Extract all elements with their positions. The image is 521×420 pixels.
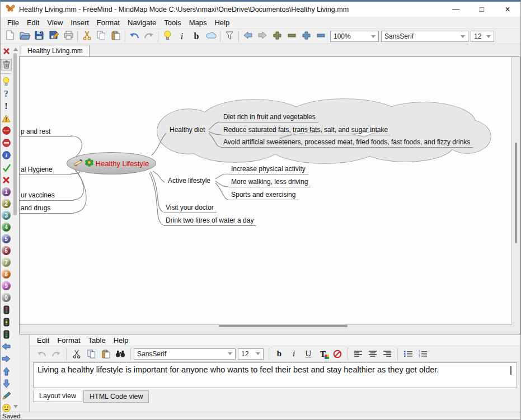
arrow-up-icon[interactable] xyxy=(1,366,11,376)
editor-copy-button[interactable] xyxy=(84,347,98,361)
scroll-down-icon[interactable] xyxy=(13,405,18,408)
node-healthy-diet[interactable]: Healthy diet xyxy=(167,126,208,135)
warning-icon[interactable] xyxy=(1,114,11,123)
idea-icon[interactable] xyxy=(1,77,11,86)
filter-button[interactable] xyxy=(222,30,237,43)
zoom-in-button[interactable] xyxy=(299,30,313,43)
bullet-list-icon[interactable] xyxy=(401,347,415,361)
canvas-horizontal-scrollbar[interactable] xyxy=(219,325,348,327)
node-avoid-sweeteners[interactable]: Avoid artificial sweeteners, processed m… xyxy=(221,139,473,148)
tab-layout-view[interactable]: Layout view xyxy=(33,390,82,402)
priority-3-icon[interactable]: 3 xyxy=(2,211,11,220)
priority-5-icon[interactable]: 5 xyxy=(2,234,11,243)
menu-navigate[interactable]: Navigate xyxy=(124,17,160,28)
menu-edit[interactable]: Edit xyxy=(23,17,43,28)
editor-menu-format[interactable]: Format xyxy=(53,335,84,346)
navigate-forward-button[interactable] xyxy=(255,30,270,43)
editor-redo-button[interactable] xyxy=(49,347,63,361)
cut-button[interactable] xyxy=(79,30,94,43)
minimize-button[interactable]: — xyxy=(443,2,469,17)
editor-bold-button[interactable]: b xyxy=(272,347,287,361)
priority-4-icon[interactable]: 4 xyxy=(2,223,11,232)
menu-format[interactable]: Format xyxy=(93,17,124,28)
menu-insert[interactable]: Insert xyxy=(67,17,93,28)
sidebar-scroll-thumb[interactable] xyxy=(13,53,17,215)
sidebar-scrollbar[interactable] xyxy=(12,44,19,412)
arrow-down-icon[interactable] xyxy=(1,379,11,388)
open-map-button[interactable] xyxy=(17,30,32,43)
scroll-up-icon[interactable] xyxy=(13,48,18,51)
map-tab-healthy-living[interactable]: Healthy Living.mm xyxy=(21,45,90,56)
remove-formatting-button[interactable] xyxy=(330,347,345,361)
menu-maps[interactable]: Maps xyxy=(185,17,211,28)
priority-7-icon[interactable]: 7 xyxy=(2,258,11,267)
menu-tools[interactable]: Tools xyxy=(160,17,185,28)
font-family-select[interactable]: SansSerif xyxy=(381,31,468,42)
menu-file[interactable]: File xyxy=(3,17,23,28)
priority-1-icon[interactable]: 1 xyxy=(2,187,11,196)
smiley-happy-icon[interactable] xyxy=(1,403,11,412)
canvas-vertical-scrollbar[interactable] xyxy=(515,143,517,243)
node-drugs[interactable]: and drugs xyxy=(20,205,74,214)
editor-size-select[interactable]: 12 xyxy=(238,348,264,360)
new-map-button[interactable] xyxy=(3,30,17,43)
node-active-lifestyle[interactable]: Active lifestyle xyxy=(166,177,213,186)
node-more-walking[interactable]: More walking, less driving xyxy=(229,178,311,187)
editor-underline-button[interactable]: U xyxy=(301,347,316,361)
remove-icon-button[interactable] xyxy=(1,46,11,56)
cloud-button[interactable] xyxy=(204,30,218,43)
editor-cut-button[interactable] xyxy=(69,347,84,361)
priority-2-icon[interactable]: 2 xyxy=(2,199,11,208)
zoom-out-button[interactable] xyxy=(313,30,328,43)
priority-8-icon[interactable]: 8 xyxy=(2,270,11,279)
idea-button[interactable] xyxy=(160,30,175,43)
traffic-light-yellow-icon[interactable] xyxy=(1,317,11,327)
ok-check-icon[interactable] xyxy=(1,163,11,172)
node-diet-rich[interactable]: Diet rich in fruit and vegetables xyxy=(221,114,318,122)
editor-menu-help[interactable]: Help xyxy=(110,335,133,346)
node-sleep-and-rest[interactable]: p and rest xyxy=(20,128,71,137)
mindmap-canvas[interactable]: Healthy Lifestyle p and rest al Hygiene … xyxy=(20,57,512,325)
node-drink-water[interactable]: Drink two litres of water a day xyxy=(163,217,256,226)
arrow-right-icon[interactable] xyxy=(1,354,11,364)
maximize-button[interactable]: □ xyxy=(469,2,495,17)
editor-font-color-button[interactable]: T xyxy=(316,347,330,361)
align-right-icon[interactable] xyxy=(380,347,395,361)
navigate-back-button[interactable] xyxy=(241,30,255,43)
root-node[interactable]: Healthy Lifestyle xyxy=(67,152,156,174)
important-icon[interactable]: ! xyxy=(1,101,11,111)
italic-button[interactable]: i xyxy=(175,30,189,43)
arrow-left-icon[interactable] xyxy=(1,342,11,351)
node-personal-hygiene[interactable]: al Hygiene xyxy=(20,166,71,175)
numbered-list-icon[interactable]: 123 xyxy=(415,347,430,361)
save-as-button[interactable] xyxy=(46,30,61,43)
help-icon[interactable]: ? xyxy=(1,89,11,98)
priority-9-icon[interactable]: 9 xyxy=(2,281,11,290)
editor-font-select[interactable]: SansSerif xyxy=(134,348,236,360)
find-binoculars-icon[interactable] xyxy=(113,347,128,361)
align-center-icon[interactable] xyxy=(365,347,380,361)
trash-icon[interactable] xyxy=(1,59,12,70)
node-sports[interactable]: Sports and exercising xyxy=(229,191,298,200)
prohibition-icon[interactable] xyxy=(1,138,11,148)
save-button[interactable] xyxy=(32,30,46,43)
pencil-icon[interactable] xyxy=(1,391,11,400)
editor-italic-button[interactable]: i xyxy=(287,347,301,361)
note-text-editor[interactable]: Living a healthy lifestyle is important … xyxy=(33,362,517,388)
undo-button[interactable] xyxy=(127,30,142,43)
editor-menu-edit[interactable]: Edit xyxy=(33,335,53,346)
unfold-all-button[interactable] xyxy=(270,30,284,43)
print-button[interactable] xyxy=(61,30,76,43)
paste-button[interactable] xyxy=(109,30,123,43)
priority-6-icon[interactable]: 6 xyxy=(2,246,11,255)
copy-button[interactable] xyxy=(94,30,109,43)
traffic-light-green-icon[interactable] xyxy=(1,329,11,339)
menu-view[interactable]: View xyxy=(43,17,67,28)
align-left-icon[interactable] xyxy=(351,347,365,361)
node-vaccines[interactable]: ur vaccines xyxy=(20,192,74,201)
priority-0-icon[interactable]: 0 xyxy=(2,293,11,302)
info-icon[interactable]: i xyxy=(1,150,11,160)
close-button[interactable]: × xyxy=(495,2,520,17)
stop-sign-icon[interactable]: STOP xyxy=(1,126,11,135)
node-increase-activity[interactable]: Increase physical activity xyxy=(229,166,308,174)
